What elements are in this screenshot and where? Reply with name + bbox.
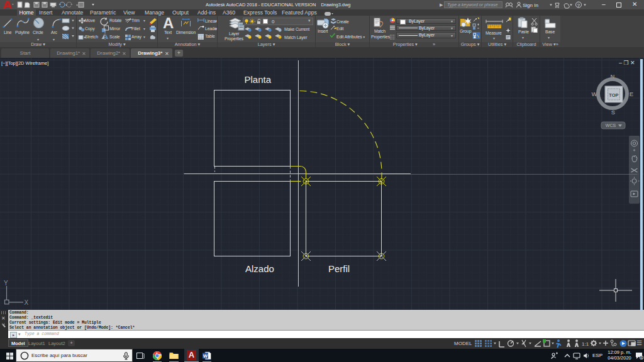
svg-text:W: W bbox=[203, 353, 208, 359]
svg-text:1:1: 1:1 bbox=[582, 341, 589, 347]
svg-text:WCS: WCS bbox=[606, 123, 616, 128]
svg-text:S: S bbox=[611, 109, 615, 116]
svg-text:X: X bbox=[25, 299, 29, 306]
svg-text:E: E bbox=[630, 90, 633, 97]
svg-text:W: W bbox=[592, 90, 597, 97]
svg-text:TOP: TOP bbox=[609, 92, 618, 98]
svg-text:6: 6 bbox=[640, 356, 642, 359]
svg-text:?: ? bbox=[577, 3, 580, 8]
svg-text:Y: Y bbox=[4, 280, 8, 287]
svg-text:N: N bbox=[611, 73, 615, 80]
svg-text:Sign In: Sign In bbox=[523, 3, 538, 8]
